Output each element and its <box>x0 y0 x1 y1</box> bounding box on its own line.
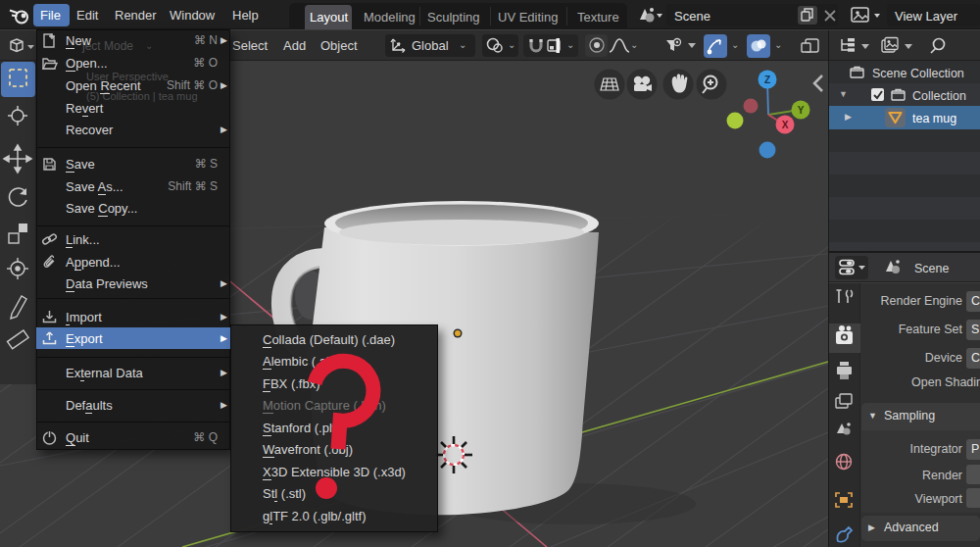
svg-text:X: X <box>782 120 789 130</box>
svg-text:Y: Y <box>798 105 805 116</box>
svg-text:Z: Z <box>764 75 770 85</box>
